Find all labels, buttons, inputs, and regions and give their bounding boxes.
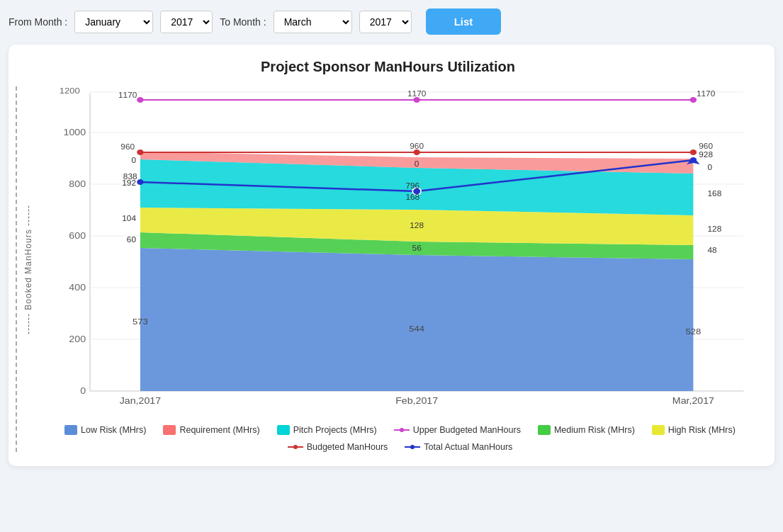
label-low-feb: 544 <box>409 324 424 334</box>
label-upper-feb: 1170 <box>407 90 426 98</box>
legend-high-risk-label: High Risk (MHrs) <box>668 425 736 435</box>
upper-budgeted-point-feb <box>413 97 419 103</box>
label-req-mar: 0 <box>707 164 712 171</box>
x-label-feb: Feb,2017 <box>395 396 438 406</box>
actual-point-mar <box>690 157 697 163</box>
svg-point-19 <box>293 445 298 449</box>
label-budget-feb: 960 <box>410 142 424 150</box>
legend-high-risk-icon <box>652 425 665 435</box>
budgeted-point-jan <box>137 149 143 155</box>
label-upper-jan: 1170 <box>118 91 137 99</box>
label-high-feb: 128 <box>410 222 424 230</box>
list-button[interactable]: List <box>426 9 502 35</box>
label-high-jan: 104 <box>122 215 136 222</box>
label-req-jan: 0 <box>131 157 136 164</box>
svg-text:1200: 1200 <box>60 86 80 96</box>
label-req-feb: 0 <box>415 160 419 168</box>
legend-pitch: Pitch Projects (MHrs) <box>277 425 377 435</box>
legend-medium-risk-icon <box>538 425 551 435</box>
legend-high-risk: High Risk (MHrs) <box>652 425 736 435</box>
svg-text:800: 800 <box>69 179 86 189</box>
legend-requirement: Requirement (MHrs) <box>163 425 259 435</box>
label-med-mar: 48 <box>707 247 716 254</box>
legend-requirement-label: Requirement (MHrs) <box>179 425 259 435</box>
x-label-jan: Jan,2017 <box>120 396 161 406</box>
legend-requirement-icon <box>163 425 176 435</box>
svg-point-17 <box>400 428 404 432</box>
legend-medium-risk-label: Medium Risk (MHrs) <box>554 425 635 435</box>
label-budget-mar: 960 <box>699 142 713 150</box>
legend-upper-budgeted-icon <box>394 425 410 435</box>
label-pitch-feb: 168 <box>405 193 419 201</box>
legend-low-risk-icon <box>64 425 77 435</box>
chart-title: Project Sponsor ManHours Utilization <box>16 59 760 75</box>
svg-text:200: 200 <box>69 334 86 344</box>
label-actual-mar: 928 <box>699 151 713 159</box>
legend-actual: Total Actual ManHours <box>405 442 512 452</box>
legend-low-risk: Low Risk (MHrs) <box>64 425 146 435</box>
label-pitch-jan: 192 <box>122 179 136 187</box>
legend-budgeted-icon <box>288 442 303 452</box>
legend-upper-budgeted-label: Upper Budgeted ManHours <box>413 425 521 435</box>
legend-budgeted-label: Budgeted ManHours <box>307 442 388 452</box>
legend-actual-icon <box>405 442 420 452</box>
x-label-mar: Mar,2017 <box>672 396 714 406</box>
label-actual-feb: 796 <box>405 182 419 190</box>
legend-pitch-label: Pitch Projects (MHrs) <box>293 425 377 435</box>
label-low-jan: 573 <box>133 317 148 327</box>
label-med-feb: 56 <box>412 244 422 252</box>
svg-point-21 <box>410 445 415 449</box>
upper-budgeted-point-jan <box>137 97 143 103</box>
from-year-select[interactable]: 20152016201720182019 <box>160 11 213 33</box>
label-low-mar: 528 <box>686 327 702 336</box>
from-month-label: From Month : <box>9 16 67 28</box>
top-bar: From Month : JanuaryFebruaryMarch AprilM… <box>9 9 774 35</box>
to-month-select[interactable]: JanuaryFebruaryMarch AprilMayJune JulyAu… <box>274 11 352 33</box>
legend-medium-risk: Medium Risk (MHrs) <box>538 425 635 435</box>
budgeted-point-feb <box>413 149 419 155</box>
label-upper-mar: 1170 <box>697 90 715 98</box>
to-month-label: To Month : <box>220 16 266 28</box>
svg-text:1000: 1000 <box>64 128 86 137</box>
to-year-select[interactable]: 20152016201720182019 <box>359 11 412 33</box>
svg-text:600: 600 <box>69 231 86 241</box>
budgeted-point-mar <box>690 149 697 155</box>
svg-text:0: 0 <box>80 386 86 396</box>
legend-pitch-icon <box>277 425 290 435</box>
label-budget-jan: 960 <box>120 143 135 151</box>
chart-inner: 0 200 400 600 800 1000 1200 <box>40 86 760 452</box>
chart-svg: 0 200 400 600 800 1000 1200 <box>40 86 760 412</box>
y-axis-label: ------ Booked ManHours ------ <box>16 86 37 452</box>
from-month-select[interactable]: JanuaryFebruaryMarch AprilMayJune JulyAu… <box>74 11 153 33</box>
chart-area: ------ Booked ManHours ------ 0 200 400 <box>16 86 760 452</box>
legend: Low Risk (MHrs) Requirement (MHrs) Pitch… <box>40 425 760 452</box>
upper-budgeted-point-mar <box>690 97 697 103</box>
actual-point-jan <box>137 179 143 185</box>
low-risk-area <box>140 248 693 391</box>
legend-low-risk-label: Low Risk (MHrs) <box>81 425 146 435</box>
label-med-jan: 60 <box>127 236 136 244</box>
label-high-mar: 128 <box>707 225 721 233</box>
legend-budgeted: Budgeted ManHours <box>288 442 388 452</box>
legend-actual-label: Total Actual ManHours <box>424 442 512 452</box>
svg-text:400: 400 <box>69 283 86 293</box>
label-pitch-mar: 168 <box>707 190 721 198</box>
legend-upper-budgeted: Upper Budgeted ManHours <box>394 425 521 435</box>
chart-container: Project Sponsor ManHours Utilization ---… <box>9 45 774 466</box>
